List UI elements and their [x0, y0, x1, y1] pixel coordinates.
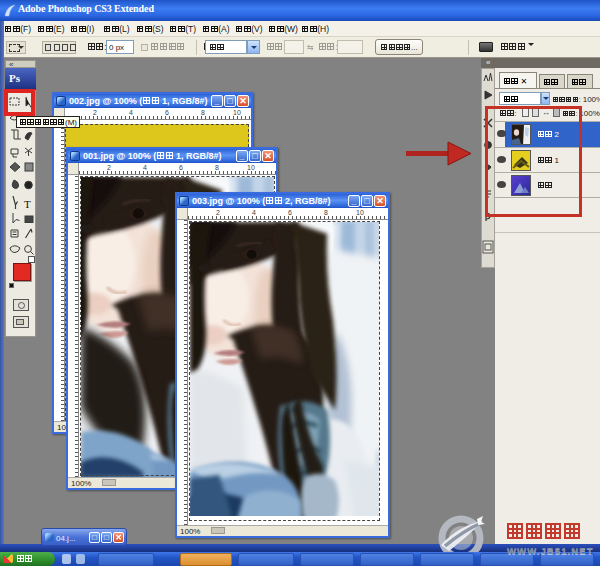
svg-text:T: T: [24, 198, 31, 210]
